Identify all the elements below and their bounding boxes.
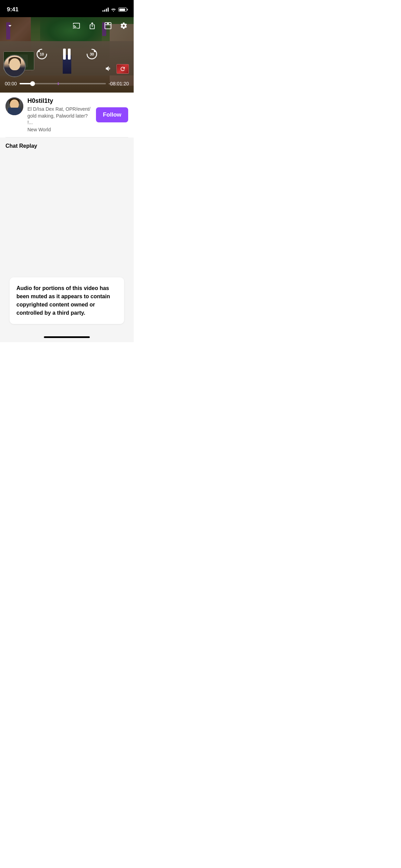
- pause-bar-right: [68, 49, 71, 60]
- forward-icon: 30: [85, 47, 99, 61]
- streamer-face-cam: [3, 55, 26, 77]
- video-player[interactable]: 10 30: [0, 17, 134, 93]
- chat-replay-empty: [5, 153, 128, 273]
- settings-icon: [120, 22, 127, 29]
- video-bottom-right-controls: [105, 64, 129, 74]
- channel-details: H0stil1ty El D/Isa Dex Rat, OPR/event/ g…: [27, 97, 92, 132]
- channel-info: H0stil1ty El D/Isa Dex Rat, OPR/event/ g…: [0, 93, 134, 137]
- home-indicator-bar: [44, 336, 90, 338]
- progress-marker: [58, 82, 59, 85]
- rewind-button[interactable]: 10: [34, 47, 49, 62]
- battery-icon: [118, 8, 127, 12]
- rewind-icon: 10: [35, 47, 49, 61]
- forward-button[interactable]: 30: [84, 47, 99, 62]
- collapse-button[interactable]: [5, 21, 15, 32]
- cast-icon: [73, 22, 80, 29]
- video-progress[interactable]: 00:00 -08:01:20: [0, 78, 134, 93]
- volume-button[interactable]: [105, 65, 112, 73]
- video-top-bar: [0, 17, 134, 35]
- progress-thumb[interactable]: [30, 81, 35, 86]
- progress-track[interactable]: [20, 83, 106, 84]
- channel-game[interactable]: New World: [27, 127, 92, 132]
- svg-text:30: 30: [90, 52, 94, 56]
- avatar-body: [8, 108, 21, 115]
- svg-text:10: 10: [40, 52, 44, 56]
- copyright-notice: Audio for portions of this video has bee…: [10, 277, 124, 324]
- settings-button[interactable]: [119, 21, 129, 32]
- share-icon: [88, 22, 96, 29]
- clips-icon: [104, 22, 112, 29]
- volume-icon: [105, 65, 112, 72]
- status-icons: [102, 8, 127, 12]
- channel-description: El D/Isa Dex Rat, OPR/event/ gold making…: [27, 106, 92, 126]
- clips-button[interactable]: [103, 21, 113, 32]
- home-indicator: [0, 334, 134, 342]
- share-button[interactable]: [87, 21, 97, 32]
- quality-button[interactable]: [117, 64, 129, 74]
- pause-button[interactable]: [63, 49, 71, 60]
- cast-button[interactable]: [71, 21, 82, 32]
- channel-avatar[interactable]: [5, 97, 23, 115]
- chat-replay-title: Chat Replay: [5, 143, 128, 149]
- time-remaining: -08:01:20: [109, 81, 129, 86]
- status-time: 9:41: [7, 6, 19, 13]
- time-current: 00:00: [5, 81, 17, 86]
- pause-bar-left: [63, 49, 66, 60]
- chat-replay-section: Chat Replay Audio for portions of this v…: [0, 137, 134, 334]
- follow-button[interactable]: Follow: [96, 107, 128, 122]
- copyright-text: Audio for portions of this video has bee…: [16, 284, 117, 317]
- status-bar: 9:41: [0, 0, 134, 17]
- quality-refresh-icon: [120, 66, 126, 72]
- signal-strength-icon: [102, 8, 109, 12]
- chevron-down-icon: [6, 22, 14, 29]
- wifi-icon: [111, 8, 116, 12]
- playback-controls: 10 30: [34, 47, 99, 62]
- channel-name[interactable]: H0stil1ty: [27, 97, 92, 105]
